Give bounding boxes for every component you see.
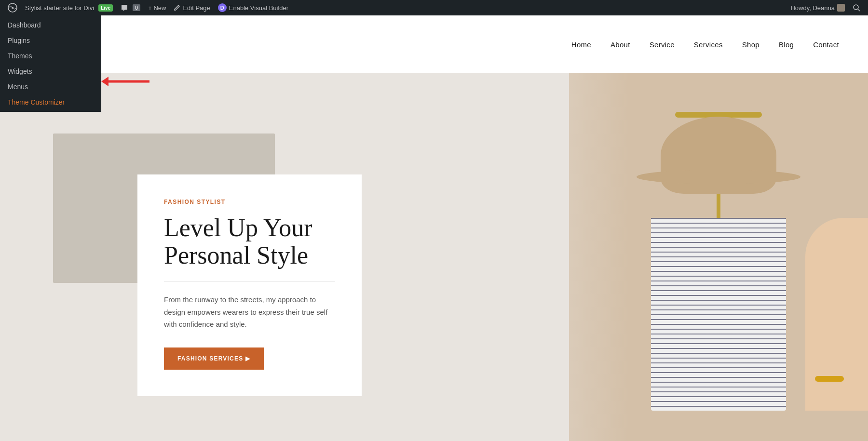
hero-section: FASHION STYLIST Level Up Your Personal S… bbox=[0, 73, 868, 441]
live-badge: Live bbox=[98, 4, 113, 12]
menu-item-themes[interactable]: Themes bbox=[0, 48, 101, 64]
hero-card: FASHION STYLIST Level Up Your Personal S… bbox=[137, 174, 362, 396]
edit-page-item[interactable]: Edit Page bbox=[170, 0, 214, 15]
edit-page-label: Edit Page bbox=[183, 4, 210, 12]
new-label: + New bbox=[148, 4, 166, 12]
new-item[interactable]: + New bbox=[144, 0, 170, 15]
nav-about[interactable]: About bbox=[610, 40, 630, 49]
svg-point-2 bbox=[854, 5, 858, 10]
site-name-text: Stylist starter site for Divi bbox=[25, 4, 94, 12]
shirt bbox=[651, 218, 786, 411]
hero-divider bbox=[164, 281, 335, 281]
menu-item-plugins-label: Plugins bbox=[8, 37, 30, 44]
svg-marker-5 bbox=[101, 77, 108, 86]
nav-contact[interactable]: Contact bbox=[813, 40, 839, 49]
comments-item[interactable]: 0 bbox=[117, 0, 144, 15]
menu-item-plugins[interactable]: Plugins bbox=[0, 33, 101, 48]
enable-builder-label: Enable Visual Builder bbox=[229, 4, 288, 12]
menu-item-theme-customizer-label: Theme Customizer bbox=[8, 98, 65, 106]
nav-blog[interactable]: Blog bbox=[779, 40, 794, 49]
red-arrow-indicator bbox=[101, 74, 149, 89]
greeting-item[interactable]: Howdy, Deanna bbox=[787, 0, 849, 15]
person-arm bbox=[805, 218, 868, 411]
hero-image-right bbox=[569, 73, 868, 441]
shirt-stripes bbox=[651, 218, 786, 411]
menu-item-menus-label: Menus bbox=[8, 83, 28, 91]
appearance-dropdown: Dashboard Plugins Themes Widgets Menus T… bbox=[0, 15, 101, 112]
svg-point-1 bbox=[12, 7, 14, 9]
nav-services[interactable]: Services bbox=[694, 40, 723, 49]
fashion-image bbox=[569, 73, 868, 441]
site-name-item[interactable]: Stylist starter site for Divi Live bbox=[21, 0, 117, 15]
enable-builder-item[interactable]: D Enable Visual Builder bbox=[214, 0, 292, 15]
menu-item-themes-label: Themes bbox=[8, 52, 32, 60]
wordpress-icon bbox=[8, 3, 17, 13]
hero-title: Level Up Your Personal Style bbox=[164, 214, 335, 269]
hero-cta-button[interactable]: FASHION SERVICES ▶ bbox=[164, 347, 264, 370]
hero-cta-label: FASHION SERVICES ▶ bbox=[177, 355, 250, 362]
admin-bar-right: Howdy, Deanna bbox=[787, 0, 864, 15]
menu-item-theme-customizer[interactable]: Theme Customizer bbox=[0, 94, 101, 110]
menu-item-dashboard-label: Dashboard bbox=[8, 21, 41, 29]
hero-description: From the runway to the streets, my appro… bbox=[164, 294, 335, 331]
site-header: D Home About Service Services Shop Blog … bbox=[0, 15, 868, 73]
svg-line-3 bbox=[858, 9, 860, 11]
admin-bar: Stylist starter site for Divi Live 0 + N… bbox=[0, 0, 868, 15]
greeting-text: Howdy, Deanna bbox=[790, 4, 835, 12]
search-button[interactable] bbox=[849, 0, 864, 15]
hat-brim bbox=[637, 170, 800, 184]
wp-logo[interactable] bbox=[4, 0, 21, 15]
hero-subtitle: FASHION STYLIST bbox=[164, 199, 335, 205]
menu-item-widgets[interactable]: Widgets bbox=[0, 64, 101, 79]
divi-icon: D bbox=[218, 3, 227, 12]
main-nav: Home About Service Services Shop Blog Co… bbox=[571, 40, 839, 49]
comment-count: 0 bbox=[133, 4, 140, 11]
menu-item-menus[interactable]: Menus bbox=[0, 79, 101, 94]
nav-service[interactable]: Service bbox=[650, 40, 675, 49]
nav-shop[interactable]: Shop bbox=[742, 40, 760, 49]
menu-item-dashboard[interactable]: Dashboard bbox=[0, 17, 101, 33]
nav-home[interactable]: Home bbox=[571, 40, 591, 49]
user-avatar bbox=[837, 4, 845, 12]
menu-item-widgets-label: Widgets bbox=[8, 67, 32, 75]
arm-bracelet bbox=[815, 376, 844, 382]
